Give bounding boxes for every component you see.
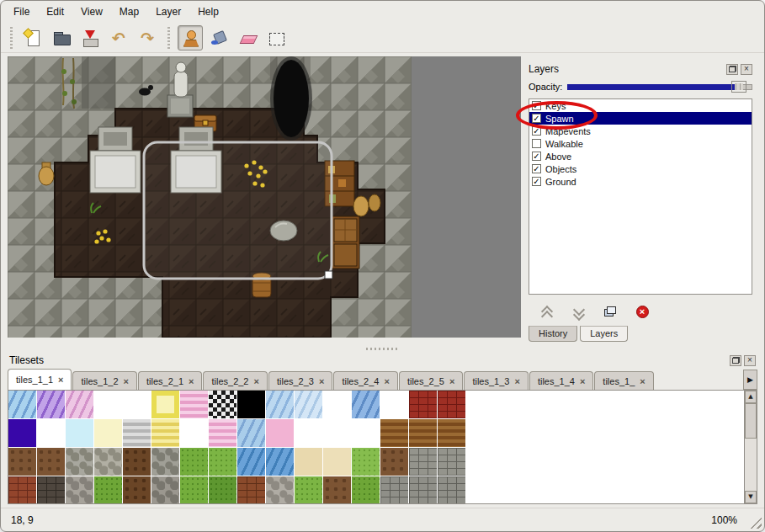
menu-file[interactable]: File	[6, 3, 37, 20]
tileset-tab-tiles_2_1[interactable]: tiles_2_1×	[138, 371, 202, 390]
tile[interactable]	[209, 476, 236, 503]
tile[interactable]	[8, 391, 36, 418]
fill-button[interactable]	[206, 25, 231, 51]
tile[interactable]	[151, 448, 179, 476]
tile[interactable]	[94, 419, 122, 447]
tab-close-icon[interactable]: ×	[640, 377, 645, 386]
tile[interactable]	[266, 448, 294, 476]
tileset-tab-tiles_2_3[interactable]: tiles_2_3×	[268, 371, 332, 390]
tile[interactable]	[323, 448, 351, 476]
layer-checkbox[interactable]	[532, 139, 541, 148]
layer-row-above[interactable]: ✓Above	[529, 150, 752, 162]
tileset-tab-tiles_1_3[interactable]: tiles_1_3×	[464, 371, 528, 390]
tile[interactable]	[37, 476, 65, 503]
tab-close-icon[interactable]: ×	[189, 377, 194, 386]
map-canvas[interactable]	[8, 56, 521, 338]
tile[interactable]	[94, 391, 122, 418]
tile[interactable]	[352, 419, 380, 447]
tab-close-icon[interactable]: ×	[58, 375, 63, 384]
tile[interactable]	[380, 476, 408, 503]
dock-tab-history[interactable]: History	[529, 326, 577, 342]
tile[interactable]	[409, 419, 437, 447]
tile[interactable]	[266, 391, 294, 418]
tab-close-icon[interactable]: ×	[124, 377, 129, 386]
layer-checkbox[interactable]: ✓	[532, 101, 541, 110]
tile[interactable]	[295, 419, 322, 447]
tile[interactable]	[37, 419, 65, 447]
tile[interactable]	[323, 419, 351, 447]
tileset-tab-tiles_1_4[interactable]: tiles_1_4×	[529, 371, 593, 390]
opacity-slider-handle[interactable]	[731, 81, 746, 93]
tab-close-icon[interactable]: ×	[449, 377, 454, 386]
tile[interactable]	[123, 476, 151, 503]
tile[interactable]	[180, 476, 208, 503]
scrollbar-thumb[interactable]	[745, 403, 757, 439]
vertical-splitter[interactable]	[521, 56, 527, 344]
layers-float-button[interactable]	[726, 64, 738, 75]
tileset-tab-tiles_2_5[interactable]: tiles_2_5×	[399, 371, 463, 390]
redo-button[interactable]: ↷	[135, 25, 160, 51]
selection-resize-handle[interactable]	[325, 271, 332, 279]
tile[interactable]	[94, 476, 122, 503]
tab-close-icon[interactable]: ×	[254, 377, 259, 386]
tile[interactable]	[123, 419, 151, 447]
tile[interactable]	[438, 419, 465, 447]
move-layer-down-button[interactable]	[569, 302, 587, 321]
tile[interactable]	[66, 419, 93, 447]
tile[interactable]	[237, 419, 265, 447]
resize-grip[interactable]	[750, 517, 762, 529]
tile[interactable]	[352, 448, 380, 476]
layer-row-mapevents[interactable]: ✓Mapevents	[529, 125, 752, 137]
stamp-button[interactable]	[178, 25, 203, 51]
move-layer-up-button[interactable]	[537, 302, 555, 321]
tileset-tab-tiles_1_[interactable]: tiles_1_×	[594, 371, 653, 390]
tile[interactable]	[295, 476, 322, 503]
tile[interactable]	[237, 448, 265, 476]
layer-row-keys[interactable]: ✓Keys	[529, 99, 752, 112]
tab-close-icon[interactable]: ×	[319, 377, 324, 386]
eraser-button[interactable]	[235, 25, 260, 51]
tile[interactable]	[37, 448, 65, 476]
tab-close-icon[interactable]: ×	[514, 377, 519, 386]
layer-row-objects[interactable]: ✓Objects	[529, 162, 752, 175]
layer-checkbox[interactable]: ✓	[532, 152, 541, 161]
tile[interactable]	[8, 448, 36, 476]
tile[interactable]	[237, 476, 265, 503]
duplicate-layer-button[interactable]	[601, 302, 619, 321]
tile[interactable]	[8, 419, 36, 447]
layer-row-walkable[interactable]: Walkable	[529, 137, 752, 150]
menu-view[interactable]: View	[73, 3, 110, 20]
layers-close-button[interactable]: ×	[741, 64, 752, 75]
tile[interactable]	[438, 391, 465, 418]
layer-row-ground[interactable]: ✓Ground	[529, 175, 752, 188]
new-button[interactable]	[20, 25, 45, 51]
tile[interactable]	[209, 448, 236, 476]
delete-layer-button[interactable]: ×	[633, 302, 651, 321]
tile[interactable]	[352, 476, 380, 503]
palette-scrollbar[interactable]: ▲ ▼	[744, 391, 757, 503]
tile[interactable]	[295, 448, 322, 476]
tile[interactable]	[380, 391, 408, 418]
layer-row-spawn[interactable]: ✓Spawn	[529, 112, 752, 125]
tab-close-icon[interactable]: ×	[580, 377, 585, 386]
tile[interactable]	[438, 448, 465, 476]
horizontal-splitter[interactable]	[1, 344, 764, 353]
tile[interactable]	[237, 391, 265, 418]
tile[interactable]	[180, 419, 208, 447]
tile[interactable]	[209, 391, 236, 418]
tile[interactable]	[151, 476, 179, 503]
tileset-tab-tiles_1_2[interactable]: tiles_1_2×	[72, 371, 136, 390]
tile[interactable]	[8, 476, 36, 503]
layer-checkbox[interactable]: ✓	[532, 164, 541, 173]
tile[interactable]	[409, 448, 437, 476]
tilesets-close-button[interactable]: ×	[744, 355, 756, 366]
tile[interactable]	[380, 448, 408, 476]
tile[interactable]	[380, 419, 408, 447]
tab-scroll-right-button[interactable]: ▶	[743, 370, 757, 390]
tile[interactable]	[66, 391, 93, 418]
tile[interactable]	[409, 476, 437, 503]
tile[interactable]	[266, 476, 294, 503]
tile[interactable]	[180, 448, 208, 476]
tab-close-icon[interactable]: ×	[384, 377, 389, 386]
tile[interactable]	[266, 419, 294, 447]
